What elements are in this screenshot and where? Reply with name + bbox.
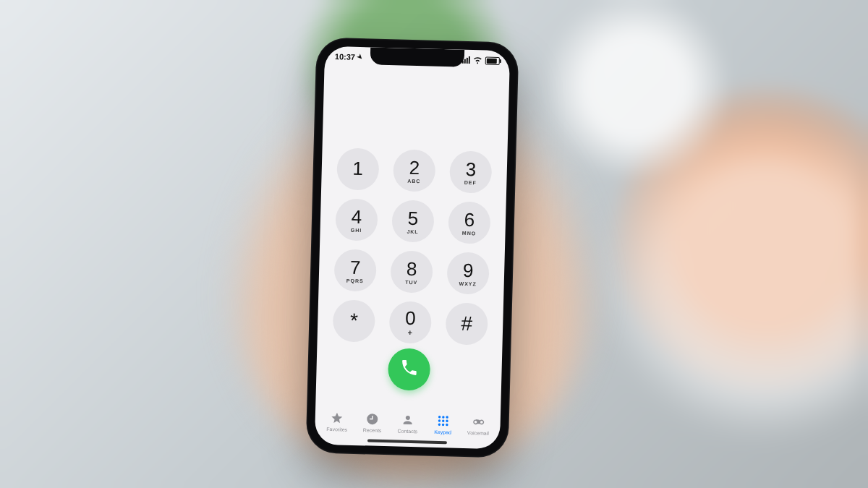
key-2[interactable]: 2ABC — [393, 149, 435, 192]
key-5-sub: JKL — [407, 228, 418, 234]
clock-icon — [365, 412, 380, 426]
contacts-icon — [400, 414, 416, 427]
key-1-digit: 1 — [352, 159, 363, 178]
wifi-icon — [473, 55, 482, 66]
key-star[interactable]: * — [333, 299, 375, 342]
keypad-icon — [435, 414, 451, 428]
key-4-digit: 4 — [352, 207, 362, 226]
tab-favorites-label: Favorites — [326, 427, 347, 432]
svg-point-1 — [442, 416, 445, 419]
dialer-keypad: 1 2ABC 3DEF 4GHI 5JKL 6MNO 7PQRS 8TUV 9W… — [318, 147, 508, 346]
key-6-digit: 6 — [464, 210, 475, 228]
key-8-digit: 8 — [407, 259, 417, 278]
status-time: 10:37 — [335, 52, 355, 61]
key-7[interactable]: 7PQRS — [333, 249, 376, 291]
key-3[interactable]: 3DEF — [449, 150, 492, 193]
display-notch — [370, 47, 465, 67]
key-8-sub: TUV — [405, 279, 417, 284]
svg-point-3 — [438, 419, 441, 422]
key-hash-symbol: # — [461, 314, 472, 334]
location-icon: ➤ — [356, 53, 365, 62]
battery-icon — [485, 56, 500, 65]
key-0-digit: 0 — [405, 308, 416, 327]
star-icon — [329, 411, 345, 425]
tab-keypad[interactable]: Keypad — [427, 414, 459, 435]
svg-point-6 — [438, 424, 441, 427]
tabbar: Favorites Recents Contacts Keypad Voicem… — [315, 411, 501, 437]
svg-point-2 — [446, 416, 448, 419]
key-7-digit: 7 — [350, 257, 361, 276]
key-5[interactable]: 5JKL — [391, 200, 434, 242]
call-button[interactable] — [388, 348, 430, 390]
key-7-sub: PQRS — [346, 278, 364, 283]
svg-point-5 — [446, 420, 448, 423]
key-5-digit: 5 — [408, 208, 419, 227]
key-0[interactable]: 0+ — [389, 301, 432, 343]
tab-contacts-label: Contacts — [397, 429, 417, 435]
key-9[interactable]: 9WXYZ — [446, 252, 489, 294]
photo-background: 10:37 ➤ 1 2ABC 3DEF 4GHI 5JKL 6MNO — [0, 0, 868, 488]
key-4-sub: GHI — [351, 227, 362, 232]
tab-recents[interactable]: Recents — [356, 412, 388, 433]
key-9-sub: WXYZ — [459, 281, 477, 286]
key-2-digit: 2 — [409, 158, 420, 176]
svg-point-8 — [446, 424, 448, 427]
tab-voicemail[interactable]: Voicemail — [462, 415, 495, 436]
phone-handset-icon — [399, 359, 419, 381]
home-indicator[interactable] — [367, 439, 447, 444]
phone-screen: 10:37 ➤ 1 2ABC 3DEF 4GHI 5JKL 6MNO — [315, 46, 510, 450]
key-hash[interactable]: # — [446, 302, 488, 345]
key-6-sub: MNO — [462, 230, 477, 236]
svg-point-0 — [438, 416, 441, 419]
tab-keypad-label: Keypad — [434, 429, 451, 435]
key-4[interactable]: 4GHI — [335, 198, 378, 241]
key-0-sub: + — [408, 328, 413, 336]
key-2-sub: ABC — [407, 178, 420, 183]
key-3-digit: 3 — [465, 159, 476, 178]
svg-point-4 — [442, 419, 445, 422]
key-1[interactable]: 1 — [336, 147, 379, 190]
voicemail-icon — [470, 415, 486, 429]
key-6[interactable]: 6MNO — [448, 201, 490, 244]
tab-recents-label: Recents — [363, 427, 382, 433]
key-star-symbol: * — [349, 311, 358, 331]
key-3-sub: DEF — [464, 179, 477, 184]
tab-voicemail-label: Voicemail — [467, 430, 489, 436]
key-9-digit: 9 — [463, 260, 474, 279]
tab-favorites[interactable]: Favorites — [321, 411, 354, 432]
iphone-device-frame: 10:37 ➤ 1 2ABC 3DEF 4GHI 5JKL 6MNO — [306, 37, 519, 458]
tab-contacts[interactable]: Contacts — [391, 413, 424, 434]
svg-point-7 — [442, 424, 445, 427]
key-8[interactable]: 8TUV — [390, 250, 433, 293]
